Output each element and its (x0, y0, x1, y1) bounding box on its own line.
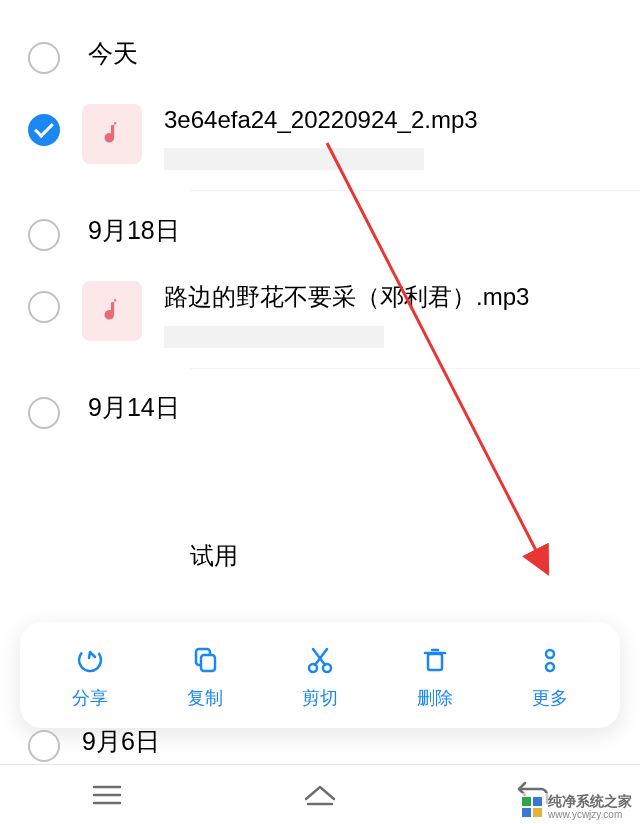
copy-button[interactable]: 复制 (160, 644, 250, 710)
section-checkbox[interactable] (28, 730, 60, 762)
svg-rect-20 (533, 808, 542, 817)
section-header: 今天 (0, 14, 640, 92)
partial-file-name: 试用 (190, 540, 238, 572)
more-icon (534, 644, 566, 676)
delete-icon (419, 644, 451, 676)
file-list: 今天 3e64efa24_20220924_2.mp3 9月18日 路边的野花不… (0, 0, 640, 447)
section-title: 今天 (88, 37, 138, 70)
file-checkbox-checked[interactable] (28, 114, 60, 146)
more-button[interactable]: 更多 (505, 644, 595, 710)
svg-point-0 (75, 645, 105, 675)
section-checkbox[interactable] (28, 397, 60, 429)
svg-rect-18 (533, 797, 542, 806)
svg-rect-17 (522, 797, 531, 806)
file-checkbox[interactable] (28, 291, 60, 323)
file-name: 3e64efa24_20220924_2.mp3 (164, 104, 612, 136)
section-checkbox[interactable] (28, 219, 60, 251)
svg-rect-2 (201, 655, 215, 671)
file-row[interactable]: 3e64efa24_20220924_2.mp3 (0, 92, 640, 190)
watermark-logo-icon (522, 797, 542, 817)
svg-rect-19 (522, 808, 531, 817)
share-icon (74, 644, 106, 676)
section-title: 9月14日 (88, 391, 180, 424)
svg-line-6 (313, 649, 325, 665)
file-meta-placeholder (164, 326, 384, 348)
section-title: 9月6日 (82, 725, 160, 758)
music-file-icon (82, 104, 142, 164)
svg-line-5 (315, 649, 327, 665)
checkmark-icon (34, 118, 54, 138)
cut-button[interactable]: 剪切 (275, 644, 365, 710)
music-file-icon (82, 281, 142, 341)
file-row[interactable]: 路边的野花不要采（邓利君）.mp3 (0, 269, 640, 367)
section-header-partial: 9月6日 (0, 720, 188, 762)
nav-home-button[interactable] (290, 775, 350, 815)
cut-icon (304, 644, 336, 676)
file-meta-placeholder (164, 148, 424, 170)
svg-rect-7 (428, 654, 442, 670)
file-name: 路边的野花不要采（邓利君）.mp3 (164, 281, 612, 313)
share-button[interactable]: 分享 (45, 644, 135, 710)
delete-button[interactable]: 删除 (390, 644, 480, 710)
section-header: 9月14日 (0, 369, 640, 447)
section-checkbox-today[interactable] (28, 42, 60, 74)
watermark: 纯净系统之家 www.ycwjzy.com (520, 793, 634, 820)
section-header: 9月18日 (0, 191, 640, 269)
svg-point-10 (546, 650, 554, 658)
copy-icon (189, 644, 221, 676)
nav-menu-button[interactable] (77, 775, 137, 815)
action-bar: 分享 复制 剪切 删除 更多 (20, 622, 620, 728)
section-title: 9月18日 (88, 214, 180, 247)
svg-point-11 (546, 663, 554, 671)
